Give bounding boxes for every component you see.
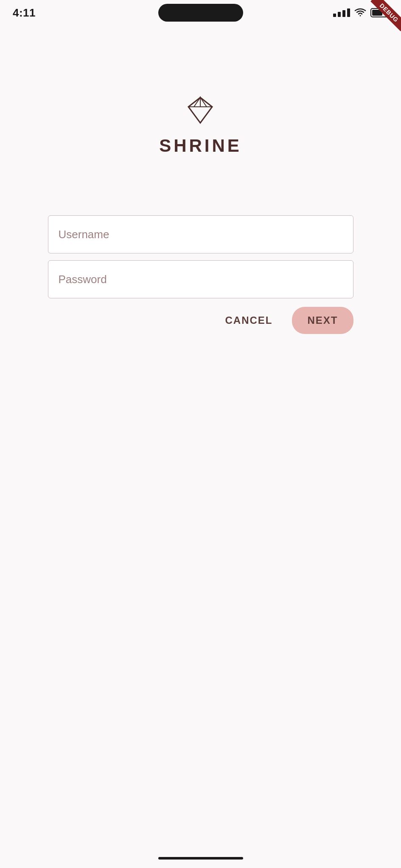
main-content: SHRINE CANCEL NEXT — [0, 25, 401, 868]
cancel-button[interactable]: CANCEL — [218, 310, 279, 331]
signal-dot-4 — [347, 8, 350, 17]
debug-badge: DEBUG — [367, 0, 401, 34]
next-button[interactable]: NEXT — [292, 307, 353, 334]
buttons-section: CANCEL NEXT — [48, 307, 353, 334]
form-section — [48, 215, 353, 298]
password-input[interactable] — [48, 260, 353, 298]
logo-section: SHRINE — [159, 93, 242, 156]
username-input[interactable] — [48, 215, 353, 253]
diamond-icon — [183, 93, 217, 127]
dynamic-island-container — [158, 4, 243, 22]
app-title: SHRINE — [159, 136, 242, 156]
signal-dot-3 — [342, 10, 345, 17]
debug-label: DEBUG — [370, 0, 401, 31]
dynamic-island — [158, 4, 243, 22]
signal-dot-2 — [338, 12, 341, 17]
status-bar: 4:11 — [0, 0, 401, 25]
home-indicator — [158, 857, 243, 860]
signal-icon — [333, 8, 350, 17]
signal-dot-1 — [333, 14, 336, 17]
status-time: 4:11 — [13, 6, 36, 19]
wifi-icon — [354, 8, 366, 17]
